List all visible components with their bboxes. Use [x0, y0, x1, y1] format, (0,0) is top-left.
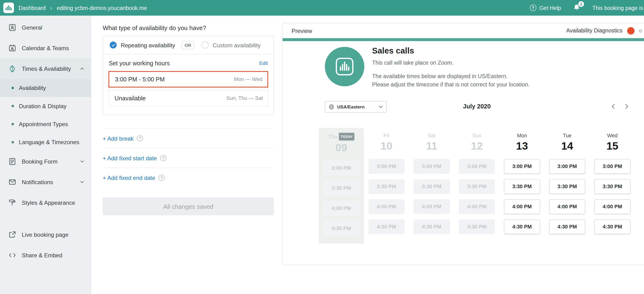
breadcrumb-dashboard-link[interactable]: Dashboard — [18, 5, 46, 11]
time-slot-disabled: 3:30 PM — [368, 179, 404, 194]
sidebar-item-share-embed[interactable]: Share & Embed — [0, 245, 91, 265]
external-link-icon — [8, 230, 16, 239]
sidebar-subitem-label: Availability — [19, 85, 46, 91]
add-fixed-end-date-link[interactable]: + Add fixed end date — [103, 174, 155, 181]
working-hours-time: 3:00 PM - 5:00 PM — [115, 76, 165, 83]
availability-diagnostics-toggle[interactable] — [627, 27, 634, 34]
time-slot-disabled: 3:30 PM — [459, 179, 495, 194]
calendar-person-icon — [8, 44, 16, 52]
custom-availability-radio[interactable] — [202, 42, 209, 49]
sidebar-subitem-availability[interactable]: Availability — [0, 79, 91, 97]
calendar-day-column: Sun 12 3:00 PM 3:30 PM 4:00 PM 4:30 PM — [454, 128, 500, 244]
working-hours-section: Set your working hours Edit 3:00 PM - 5:… — [103, 54, 274, 115]
paint-roller-icon — [8, 198, 16, 207]
sidebar-subitem-appointment-types[interactable]: Appointment Types — [0, 115, 91, 133]
add-break-row[interactable]: + Add break ? — [103, 128, 274, 148]
add-fixed-start-date-link[interactable]: + Add fixed start date — [103, 155, 157, 161]
watch-icon — [8, 65, 16, 73]
availability-question: What type of availability do you have? — [103, 24, 274, 31]
sidebar-item-label: Styles & Appearance — [22, 199, 85, 206]
get-help-button[interactable]: ? Get Help — [530, 5, 561, 11]
sidebar-item-label: General — [22, 24, 85, 31]
add-break-link[interactable]: + Add break — [103, 135, 134, 142]
sidebar-subitem-label: Duration & Display — [19, 103, 66, 109]
time-slot-disabled: 4:00 PM — [414, 199, 450, 214]
top-navbar: Dashboard › editing ycbm-demos.youcanboo… — [0, 0, 644, 16]
time-slot-button[interactable]: 4:30 PM — [504, 219, 540, 234]
time-slot-button[interactable]: 4:30 PM — [594, 219, 630, 234]
day-number: 12 — [454, 140, 500, 152]
add-fixed-start-date-row[interactable]: + Add fixed start date ? — [103, 148, 274, 168]
time-slot-disabled: 4:30 PM — [368, 219, 404, 234]
sidebar-subitem-duration-display[interactable]: Duration & Display — [0, 97, 91, 115]
app-logo-icon[interactable] — [3, 2, 14, 13]
calendar-day-column: Sat 11 3:00 PM 3:30 PM 4:00 PM 4:30 PM — [409, 128, 454, 244]
help-icon[interactable]: ? — [137, 135, 143, 141]
preview-header: Preview Availability Diagnostics o — [282, 24, 644, 38]
timezone-adjust-line: Please adjust the timezone if that is no… — [372, 81, 530, 88]
working-hours-row-unavailable[interactable]: Unavailable Sun, Thu — Sat — [108, 90, 268, 106]
breadcrumb-current-page: editing ycbm-demos.youcanbook.me — [57, 5, 147, 11]
booking-title: Sales calls — [372, 46, 414, 55]
time-slot-disabled: 4:30 PM — [414, 219, 450, 234]
availability-type-options: Repeating availability OR Custom availab… — [103, 36, 274, 54]
time-slot-disabled: 3:30 PM — [323, 181, 360, 195]
time-slot-button[interactable]: 3:00 PM — [504, 159, 540, 174]
repeating-availability-radio[interactable] — [110, 42, 117, 49]
chevron-down-icon — [79, 179, 85, 185]
time-slot-button[interactable]: 4:00 PM — [504, 199, 540, 214]
sidebar-item-live-booking-page[interactable]: Live booking page — [0, 224, 91, 245]
time-slot-button[interactable]: 3:30 PM — [594, 179, 630, 194]
sidebar-item-times-availability[interactable]: Times & Availability — [0, 59, 91, 79]
weekday-label: Wed — [590, 133, 635, 139]
working-hours-row-highlighted[interactable]: 3:00 PM - 5:00 PM Mon — Wed — [108, 71, 268, 87]
timezone-info-line: The available times below are displayed … — [372, 73, 508, 79]
bullet-icon — [12, 123, 14, 125]
edit-working-hours-link[interactable]: Edit — [259, 60, 268, 66]
add-options-section: + Add break ? + Add fixed start date ? +… — [103, 128, 274, 187]
repeating-availability-label[interactable]: Repeating availability — [121, 42, 175, 48]
breadcrumb-separator-icon: › — [50, 5, 52, 11]
day-number: 10 — [364, 140, 409, 152]
booking-page-status-label: This booking page is — [592, 5, 643, 11]
calendar-grid: ThuTODAY 09 3:00 PM 3:30 PM 4:00 PM 4:30… — [319, 128, 635, 244]
time-slot-button[interactable]: 4:00 PM — [549, 199, 585, 214]
bullet-icon — [12, 141, 14, 143]
help-icon[interactable]: ? — [160, 155, 166, 161]
availability-type-card: Repeating availability OR Custom availab… — [103, 36, 274, 115]
sidebar-item-notifications[interactable]: Notifications — [0, 172, 91, 192]
sidebar-item-label: Booking Form — [22, 158, 74, 165]
bullet-icon — [12, 87, 14, 89]
calendar-day-column: ThuTODAY 09 3:00 PM 3:30 PM 4:00 PM 4:30… — [319, 128, 364, 244]
working-hours-title: Set your working hours — [109, 60, 170, 67]
time-slot-button[interactable]: 3:30 PM — [549, 179, 585, 194]
time-slot-button[interactable]: 3:00 PM — [549, 159, 585, 174]
id-badge-icon — [8, 24, 16, 32]
weekday-label: Sun — [454, 133, 500, 139]
booking-description: This call will take place on Zoom. — [372, 60, 454, 66]
time-slot-disabled: 4:30 PM — [459, 219, 495, 234]
app: Dashboard › editing ycbm-demos.youcanboo… — [0, 0, 644, 294]
sidebar-subitem-language-timezones[interactable]: Language & Timezones — [0, 133, 91, 151]
time-slot-button[interactable]: 4:00 PM — [594, 199, 630, 214]
day-number: 11 — [409, 140, 454, 152]
preview-title: Preview — [292, 27, 312, 34]
next-days-button[interactable] — [622, 102, 631, 111]
weekday-label: Tue — [545, 133, 590, 139]
time-slot-disabled: 4:00 PM — [368, 199, 404, 214]
sidebar-item-styles-appearance[interactable]: Styles & Appearance — [0, 192, 91, 213]
time-slot-button[interactable]: 3:00 PM — [594, 159, 630, 174]
working-hours-days: Mon — Wed — [234, 77, 262, 82]
sidebar-item-general[interactable]: General — [0, 17, 91, 38]
time-slot-button[interactable]: 3:30 PM — [504, 179, 540, 194]
time-slot-disabled: 4:00 PM — [459, 199, 495, 214]
sidebar-item-calendar-teams[interactable]: Calendar & Teams — [0, 38, 91, 59]
help-icon[interactable]: ? — [158, 175, 165, 181]
time-slot-button[interactable]: 4:30 PM — [549, 219, 585, 234]
prev-days-button[interactable] — [609, 102, 618, 111]
custom-availability-label[interactable]: Custom availability — [213, 42, 261, 48]
notifications-button[interactable]: 2 — [572, 4, 581, 12]
add-fixed-end-date-row[interactable]: + Add fixed end date ? — [103, 168, 274, 187]
weekday-label: Sat — [409, 133, 454, 139]
sidebar-item-booking-form[interactable]: Booking Form — [0, 151, 91, 172]
